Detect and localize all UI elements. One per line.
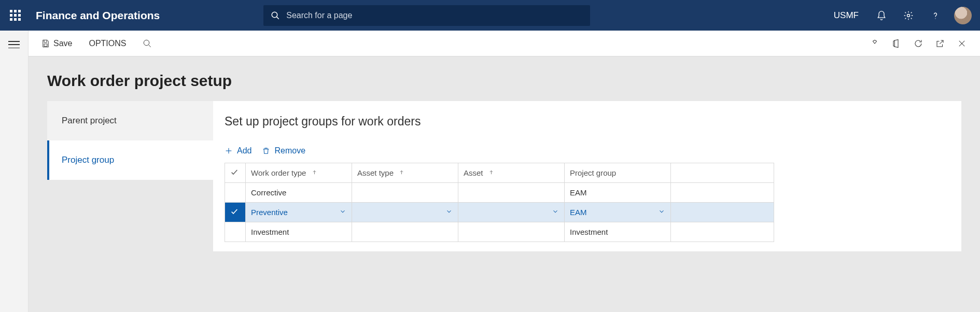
svg-rect-4 (44, 44, 47, 46)
cell-asset[interactable] (458, 203, 565, 222)
chevron-down-icon[interactable] (445, 208, 453, 217)
global-search[interactable] (263, 5, 590, 26)
vertical-tabs: Parent project Project group (47, 101, 213, 251)
help-button[interactable] (922, 0, 949, 31)
col-asset[interactable]: Asset (458, 163, 565, 183)
svg-point-3 (935, 18, 935, 19)
cell-project-group[interactable]: EAM (565, 203, 671, 222)
nav-rail (0, 31, 29, 312)
office-icon (892, 39, 901, 48)
company-code[interactable]: USMF (824, 10, 868, 21)
col-project-group[interactable]: Project group (565, 163, 671, 183)
panel-toolbar: Add Remove (225, 146, 950, 155)
tab-label: Project group (62, 155, 114, 165)
app-launcher-button[interactable] (0, 10, 31, 21)
table-row[interactable]: Preventive (225, 203, 774, 222)
sort-asc-icon (399, 168, 404, 177)
chevron-down-icon[interactable] (658, 208, 665, 217)
col-work-order-type[interactable]: Work order type (246, 163, 352, 183)
header-right: USMF (824, 0, 980, 31)
detail-panel: Set up project groups for work orders Ad… (213, 101, 961, 251)
sort-asc-icon (488, 168, 494, 177)
cell-asset-type[interactable] (352, 222, 458, 242)
global-header: Finance and Operations USMF (0, 0, 980, 31)
cell-asset[interactable] (458, 222, 565, 242)
row-select-cell[interactable] (225, 222, 246, 242)
page-body: Work order project setup Parent project … (29, 56, 980, 312)
cell-asset-type[interactable] (352, 183, 458, 203)
remove-button[interactable]: Remove (262, 146, 305, 155)
shell: Save OPTIONS (0, 31, 980, 312)
cell-filler (671, 183, 774, 203)
select-all-header[interactable] (225, 163, 246, 183)
cell-work-order-type[interactable]: Investment (246, 222, 352, 242)
user-avatar[interactable] (954, 7, 972, 24)
search-input[interactable] (286, 11, 583, 20)
actionbar-search-button[interactable] (137, 36, 157, 51)
col-asset-type[interactable]: Asset type (352, 163, 458, 183)
cell-asset-type[interactable] (352, 203, 458, 222)
bell-icon (876, 10, 887, 21)
help-icon (930, 10, 941, 21)
panel-title: Set up project groups for work orders (225, 115, 950, 129)
close-icon (957, 39, 967, 48)
sort-asc-icon (312, 168, 317, 177)
save-label: Save (53, 39, 72, 48)
gear-icon (903, 10, 914, 21)
svg-point-2 (907, 14, 910, 17)
save-button[interactable]: Save (36, 36, 77, 51)
col-filler (671, 163, 774, 183)
remove-label: Remove (274, 146, 305, 155)
search-icon (143, 39, 152, 48)
attachments-button[interactable] (864, 39, 886, 48)
checkmark-icon (230, 208, 239, 217)
notifications-button[interactable] (868, 0, 895, 31)
office-button[interactable] (886, 39, 907, 48)
tab-parent-project[interactable]: Parent project (47, 101, 213, 140)
chevron-down-icon[interactable] (552, 208, 559, 217)
options-label: OPTIONS (89, 39, 126, 48)
refresh-icon (914, 39, 923, 48)
plus-icon (225, 147, 233, 155)
content-column: Save OPTIONS (29, 31, 980, 312)
table-row[interactable]: Corrective EAM (225, 183, 774, 203)
nav-toggle-button[interactable] (8, 41, 20, 48)
add-button[interactable]: Add (225, 146, 251, 155)
cell-filler (671, 203, 774, 222)
trash-icon (262, 147, 270, 155)
add-label: Add (237, 146, 251, 155)
chevron-down-icon[interactable] (339, 208, 346, 217)
waffle-icon (10, 10, 21, 21)
actionbar-right (864, 39, 973, 48)
close-button[interactable] (951, 39, 973, 48)
grid-header-row: Work order type Asset type Asset (225, 163, 774, 183)
table-row[interactable]: Investment Investment (225, 222, 774, 242)
popout-button[interactable] (929, 39, 951, 48)
diamond-icon (870, 39, 879, 48)
cell-work-order-type[interactable]: Corrective (246, 183, 352, 203)
tab-label: Parent project (62, 116, 117, 126)
cell-work-order-type[interactable]: Preventive (246, 203, 352, 222)
row-select-cell[interactable] (225, 183, 246, 203)
cell-project-group[interactable]: EAM (565, 183, 671, 203)
svg-point-0 (272, 12, 277, 18)
options-button[interactable]: OPTIONS (83, 36, 131, 51)
svg-point-5 (144, 40, 150, 46)
cell-project-group[interactable]: Investment (565, 222, 671, 242)
project-group-grid: Work order type Asset type Asset (225, 163, 774, 242)
work-surface: Parent project Project group Set up proj… (47, 101, 961, 251)
tab-project-group[interactable]: Project group (47, 140, 213, 180)
refresh-button[interactable] (907, 39, 929, 48)
search-icon (271, 11, 280, 20)
settings-button[interactable] (895, 0, 922, 31)
cell-asset[interactable] (458, 183, 565, 203)
save-icon (41, 39, 50, 48)
checkmark-icon (230, 169, 239, 178)
svg-line-6 (149, 45, 151, 47)
page-title: Work order project setup (47, 72, 961, 90)
action-bar: Save OPTIONS (29, 31, 980, 56)
app-title: Finance and Operations (31, 9, 160, 22)
popout-icon (935, 39, 945, 48)
svg-line-1 (277, 17, 279, 19)
row-select-cell[interactable] (225, 203, 246, 222)
